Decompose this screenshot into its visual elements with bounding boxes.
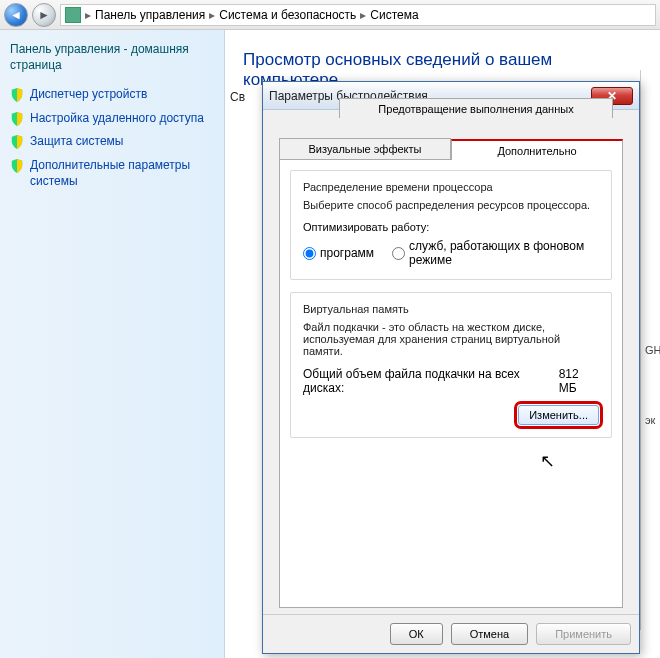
right-edge-panel: GH эк xyxy=(640,70,660,630)
forward-button[interactable]: ► xyxy=(32,3,56,27)
apply-button[interactable]: Применить xyxy=(536,623,631,645)
breadcrumb-item[interactable]: Панель управления xyxy=(95,8,205,22)
computer-icon xyxy=(65,7,81,23)
sidebar-item-device-manager[interactable]: Диспетчер устройств xyxy=(10,87,214,103)
tab-visual-effects[interactable]: Визуальные эффекты xyxy=(279,138,451,159)
sidebar-item-label: Защита системы xyxy=(30,134,123,150)
tab-advanced[interactable]: Дополнительно xyxy=(451,139,623,160)
edge-text: GH xyxy=(645,340,656,360)
group-title: Виртуальная память xyxy=(303,303,599,315)
radio-services-input[interactable] xyxy=(392,247,405,260)
shield-icon xyxy=(10,159,24,173)
shield-icon xyxy=(10,112,24,126)
cancel-button[interactable]: Отмена xyxy=(451,623,528,645)
sidebar-item-label: Дополнительные параметры системы xyxy=(30,158,214,189)
sidebar-item-label: Настройка удаленного доступа xyxy=(30,111,204,127)
back-button[interactable]: ◄ xyxy=(4,3,28,27)
breadcrumb[interactable]: ▸ Панель управления ▸ Система и безопасн… xyxy=(60,4,656,26)
sidebar-item-label: Диспетчер устройств xyxy=(30,87,147,103)
truncated-text: Св xyxy=(230,90,245,104)
total-pagefile-value: 812 МБ xyxy=(559,367,599,395)
total-pagefile-label: Общий объем файла подкачки на всех диска… xyxy=(303,367,559,395)
performance-options-dialog: Параметры быстродействия ✕ Предотвращени… xyxy=(262,81,640,654)
group-description: Файл подкачки - это область на жестком д… xyxy=(303,321,599,357)
sidebar-item-remote-access[interactable]: Настройка удаленного доступа xyxy=(10,111,214,127)
sidebar-item-system-protection[interactable]: Защита системы xyxy=(10,134,214,150)
group-description: Выберите способ распределения ресурсов п… xyxy=(303,199,599,211)
radio-programs[interactable]: программ xyxy=(303,246,374,260)
chevron-right-icon: ▸ xyxy=(360,8,366,22)
tab-dep[interactable]: Предотвращение выполнения данных xyxy=(339,98,613,118)
group-title: Распределение времени процессора xyxy=(303,181,599,193)
shield-icon xyxy=(10,88,24,102)
cpu-scheduling-group: Распределение времени процессора Выберит… xyxy=(290,170,612,280)
radio-services[interactable]: служб, работающих в фоновом режиме xyxy=(392,239,599,267)
radio-label: служб, работающих в фоновом режиме xyxy=(409,239,599,267)
sidebar-item-advanced-settings[interactable]: Дополнительные параметры системы xyxy=(10,158,214,189)
dialog-button-row: ОК Отмена Применить xyxy=(263,614,639,653)
chevron-right-icon: ▸ xyxy=(209,8,215,22)
shield-icon xyxy=(10,135,24,149)
ok-button[interactable]: ОК xyxy=(390,623,443,645)
optimize-label: Оптимизировать работу: xyxy=(303,221,599,233)
edge-text: эк xyxy=(645,410,656,430)
breadcrumb-item[interactable]: Система xyxy=(370,8,418,22)
radio-programs-input[interactable] xyxy=(303,247,316,260)
radio-label: программ xyxy=(320,246,374,260)
control-panel-home-link[interactable]: Панель управления - домашняя страница xyxy=(10,42,214,73)
nav-bar: ◄ ► ▸ Панель управления ▸ Система и безо… xyxy=(0,0,660,30)
sidebar: Панель управления - домашняя страница Ди… xyxy=(0,30,225,658)
chevron-right-icon: ▸ xyxy=(85,8,91,22)
virtual-memory-group: Виртуальная память Файл подкачки - это о… xyxy=(290,292,612,438)
breadcrumb-item[interactable]: Система и безопасность xyxy=(219,8,356,22)
change-button[interactable]: Изменить... xyxy=(518,405,599,425)
